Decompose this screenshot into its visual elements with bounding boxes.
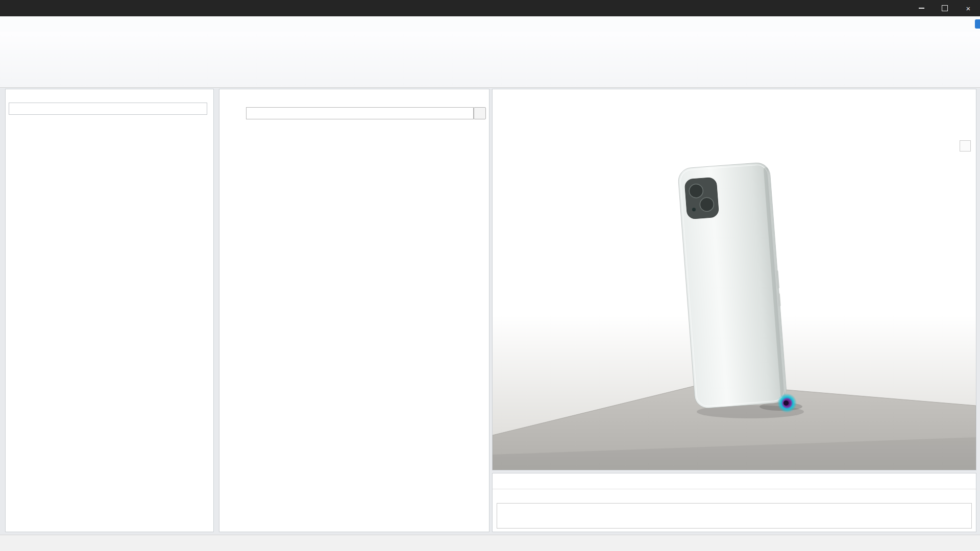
maximize-icon [942, 5, 948, 11]
color-legend-button[interactable] [960, 140, 971, 152]
messages-tabs [493, 473, 976, 489]
graphics-toolbar [493, 95, 976, 99]
minimize-icon [919, 8, 924, 9]
messages-content[interactable] [497, 503, 972, 529]
ribbon [0, 32, 980, 88]
model-builder-toolbar [6, 95, 213, 101]
label-input[interactable] [246, 107, 474, 119]
run-button[interactable] [233, 99, 239, 101]
graphics-panel [492, 89, 976, 470]
menubar [0, 16, 980, 32]
model-builder-panel [5, 89, 214, 532]
run-to-selected-button[interactable] [223, 99, 230, 101]
graphics-canvas[interactable] [493, 123, 976, 470]
messages-toolbar [493, 489, 976, 492]
close-icon: × [966, 4, 971, 13]
statusbar [0, 535, 980, 551]
close-button[interactable]: × [957, 0, 980, 16]
label-settings-button[interactable] [474, 107, 486, 119]
window-controls: × [910, 0, 980, 16]
filter-input[interactable] [9, 103, 207, 115]
phone-3d-scene [493, 123, 976, 470]
messages-panel [492, 473, 976, 532]
minimize-button[interactable] [910, 0, 933, 16]
titlebar: × [0, 0, 980, 16]
settings-panel [219, 89, 489, 532]
maximize-button[interactable] [933, 0, 957, 16]
help-button[interactable] [975, 19, 980, 29]
